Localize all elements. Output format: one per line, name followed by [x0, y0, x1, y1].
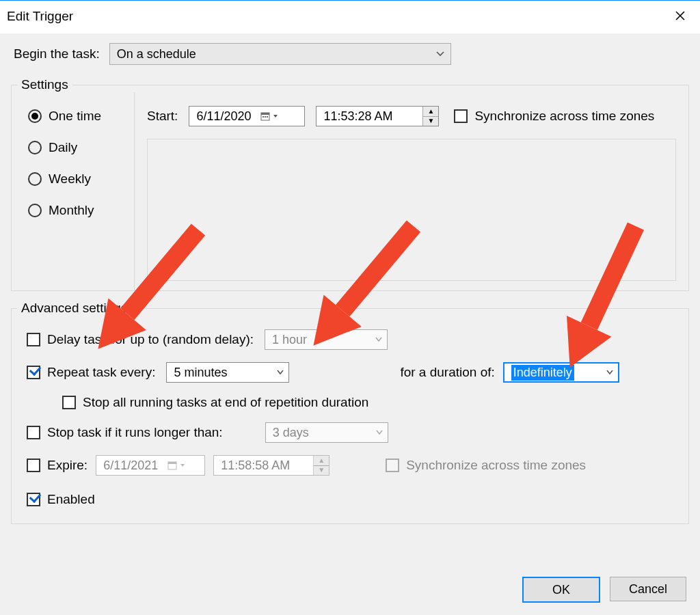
delay-label: Delay task for up to (random delay): [47, 332, 254, 347]
dialog-title: Edit Trigger [7, 9, 73, 24]
close-button[interactable] [664, 3, 696, 29]
start-date-picker[interactable]: 6/11/2020 [189, 106, 305, 126]
expire-sync-tz-checkbox: Synchronize across time zones [386, 458, 586, 473]
ok-button-label: OK [552, 583, 570, 597]
delay-row: Delay task for up to (random delay): 1 h… [27, 329, 675, 350]
enabled-checkbox[interactable]: Enabled [27, 492, 95, 507]
svg-rect-3 [265, 116, 266, 118]
dialog-window: Edit Trigger Begin the task: On a schedu… [0, 0, 700, 615]
advanced-settings-group: Advanced settings Delay task for up to (… [11, 301, 689, 524]
start-date-value: 6/11/2020 [196, 109, 251, 124]
spinner-up-icon: ▲ [314, 456, 329, 466]
enabled-row: Enabled [27, 492, 675, 507]
radio-icon [28, 141, 42, 154]
dialog-client-area: Begin the task: On a schedule Settings O… [0, 33, 700, 615]
expire-row: Expire: 6/11/2021 11:58:58 [27, 455, 675, 476]
spinner-buttons[interactable]: ▲ ▼ [422, 107, 438, 126]
radio-daily[interactable]: Daily [28, 140, 124, 155]
begin-task-value: On a schedule [117, 47, 196, 62]
start-label: Start: [147, 109, 178, 124]
checkbox-icon [27, 426, 40, 439]
delay-dropdown: 1 hour [265, 329, 388, 350]
checkbox-icon [27, 333, 40, 346]
begin-task-row: Begin the task: On a schedule [11, 43, 689, 65]
duration-label: for a duration of: [400, 365, 494, 380]
begin-task-label: Begin the task: [14, 46, 100, 62]
checkbox-icon [27, 459, 40, 472]
titlebar: Edit Trigger [0, 1, 700, 31]
checkbox-icon [27, 366, 40, 379]
radio-weekly[interactable]: Weekly [28, 172, 124, 187]
stop-all-row: Stop all running tasks at end of repetit… [62, 395, 675, 410]
checkbox-icon [386, 459, 399, 472]
expire-time-spinner: 11:58:58 AM ▲ ▼ [213, 455, 329, 476]
radio-onetime-label: One time [49, 109, 101, 124]
expire-sync-tz-label: Synchronize across time zones [406, 458, 586, 473]
stop-all-checkbox[interactable]: Stop all running tasks at end of repetit… [62, 395, 368, 410]
expire-checkbox[interactable]: Expire: [27, 458, 88, 473]
stop-if-row: Stop task if it runs longer than: 3 days [27, 422, 675, 443]
expire-label: Expire: [47, 458, 88, 473]
svg-rect-1 [261, 113, 269, 115]
delay-value: 1 hour [272, 333, 307, 347]
stop-if-value: 3 days [273, 426, 309, 440]
expire-date-picker: 6/11/2021 [96, 455, 205, 476]
checkbox-icon [62, 396, 76, 409]
chevron-down-icon [375, 336, 383, 343]
checkbox-icon [454, 109, 468, 123]
radio-icon [28, 109, 42, 123]
repeat-checkbox[interactable]: Repeat task every: [27, 365, 155, 380]
radio-daily-label: Daily [49, 140, 77, 155]
radio-monthly-label: Monthly [49, 203, 94, 218]
repeat-label: Repeat task every: [47, 365, 155, 380]
enabled-label: Enabled [47, 492, 95, 507]
spinner-buttons: ▲ ▼ [313, 456, 329, 475]
dialog-buttons: OK Cancel [522, 577, 686, 603]
svg-rect-6 [168, 462, 176, 464]
repeat-value: 5 minutes [174, 366, 227, 380]
calendar-dropdown-icon [260, 111, 278, 121]
duration-dropdown[interactable]: Indefinitely [503, 362, 619, 383]
spinner-up-icon: ▲ [423, 107, 438, 117]
delay-checkbox[interactable]: Delay task for up to (random delay): [27, 332, 254, 347]
start-time-spinner[interactable]: 11:53:28 AM ▲ ▼ [316, 106, 439, 126]
settings-legend: Settings [17, 77, 72, 92]
advanced-legend: Advanced settings [17, 301, 131, 316]
frequency-sub-panel [147, 139, 676, 281]
cancel-button[interactable]: Cancel [610, 577, 686, 601]
expire-time-value: 11:58:58 AM [221, 459, 290, 473]
chevron-down-icon [276, 369, 284, 376]
radio-icon [28, 172, 42, 186]
expire-date-value: 6/11/2021 [103, 459, 158, 473]
stop-if-label: Stop task if it runs longer than: [47, 425, 223, 440]
stop-if-dropdown: 3 days [265, 422, 388, 443]
svg-rect-4 [267, 116, 268, 118]
start-time-value: 11:53:28 AM [323, 109, 392, 124]
checkbox-icon [27, 493, 40, 506]
radio-icon [28, 204, 42, 217]
ok-button[interactable]: OK [522, 577, 600, 603]
radio-weekly-label: Weekly [49, 172, 91, 187]
sync-tz-checkbox-row[interactable]: Synchronize across time zones [454, 109, 654, 124]
settings-right-column: Start: 6/11/2020 [135, 92, 688, 290]
frequency-column: One time Daily Weekly Monthly [12, 92, 135, 290]
settings-group: Settings One time Daily Weekly [11, 77, 689, 291]
repeat-interval-dropdown[interactable]: 5 minutes [166, 362, 289, 383]
chevron-down-icon [375, 429, 383, 436]
radio-monthly[interactable]: Monthly [28, 203, 124, 218]
duration-value: Indefinitely [511, 365, 574, 381]
spinner-down-icon: ▼ [423, 117, 438, 126]
begin-task-select[interactable]: On a schedule [109, 43, 451, 65]
chevron-down-icon [435, 51, 445, 57]
sync-tz-label: Synchronize across time zones [474, 109, 654, 124]
svg-rect-2 [262, 116, 264, 118]
stop-all-label: Stop all running tasks at end of repetit… [83, 395, 368, 410]
spinner-down-icon: ▼ [314, 466, 329, 476]
close-icon [675, 10, 686, 21]
start-row: Start: 6/11/2020 [147, 106, 676, 126]
calendar-dropdown-icon [167, 461, 185, 470]
cancel-button-label: Cancel [629, 582, 667, 597]
stop-if-checkbox[interactable]: Stop task if it runs longer than: [27, 425, 223, 440]
radio-onetime[interactable]: One time [28, 109, 124, 124]
repeat-row: Repeat task every: 5 minutes for a durat… [27, 362, 675, 383]
